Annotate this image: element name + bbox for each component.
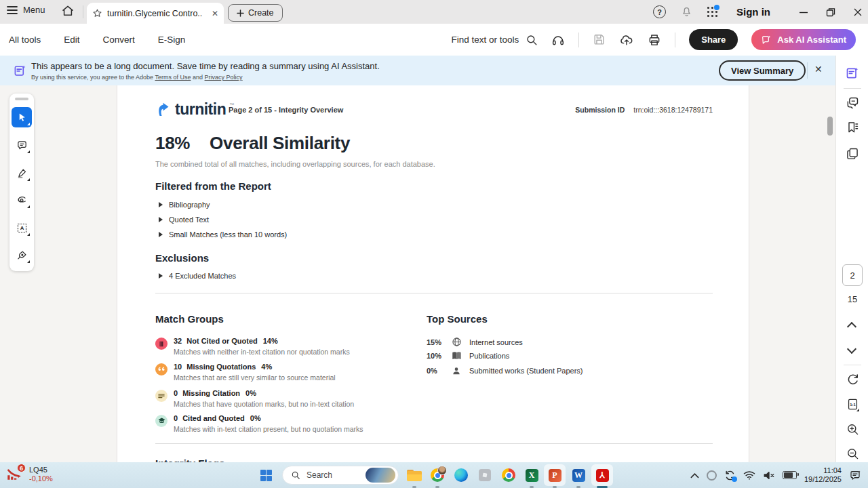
wifi-icon[interactable]: [743, 470, 755, 480]
filtered-item-small-matches[interactable]: Small Matches (less than 10 words): [159, 230, 287, 239]
battery-icon[interactable]: [783, 471, 797, 479]
nav-esign[interactable]: E-Sign: [158, 35, 186, 45]
terms-of-use-link[interactable]: Terms of Use: [155, 74, 191, 81]
ai-assistant-panel-button[interactable]: [844, 65, 861, 81]
expand-triangle-icon[interactable]: [159, 232, 163, 237]
expand-triangle-icon[interactable]: [159, 273, 163, 279]
excel-button[interactable]: X: [522, 466, 541, 485]
tool-dropdown-marker: [27, 123, 30, 125]
create-tab-button[interactable]: Create: [228, 4, 283, 22]
search-highlight-thumbnail[interactable]: [366, 468, 395, 483]
notification-center-icon[interactable]: [849, 469, 861, 481]
read-aloud-button[interactable]: [551, 33, 565, 47]
match-desc: Matches that are still very similar to s…: [174, 373, 336, 382]
print-button[interactable]: [648, 33, 661, 47]
next-page-button[interactable]: [848, 346, 856, 354]
powerpoint-button[interactable]: P: [545, 466, 564, 485]
minimize-icon[interactable]: [799, 7, 808, 17]
nav-edit[interactable]: Edit: [64, 35, 79, 45]
word-button[interactable]: W: [569, 466, 588, 485]
privacy-policy-link[interactable]: Privacy Policy: [205, 74, 243, 81]
sync-status-icon[interactable]: [724, 470, 736, 481]
zoom-out-button[interactable]: [844, 445, 861, 462]
apps-grid-icon[interactable]: [707, 7, 717, 17]
next-section-title-partial: Integrity Flags: [155, 458, 225, 462]
tray-ring-icon[interactable]: [707, 470, 717, 481]
home-button[interactable]: [61, 4, 75, 18]
svg-text:A: A: [20, 225, 24, 231]
ask-ai-assistant-button[interactable]: Ask AI Assistant: [751, 29, 856, 50]
volume-muted-icon[interactable]: [763, 470, 775, 481]
expand-triangle-icon[interactable]: [159, 217, 163, 222]
notifications-bell-icon[interactable]: [681, 6, 692, 18]
find-label: Find text or tools: [451, 35, 519, 45]
view-summary-button[interactable]: View Summary: [719, 60, 806, 81]
match-label: Missing Quotations: [186, 363, 256, 371]
nav-all-tools[interactable]: All tools: [9, 35, 41, 45]
tray-time: 11:04: [804, 466, 842, 475]
divider: [844, 365, 861, 365]
missing-quotations-icon: [155, 363, 167, 375]
filtered-item-bibliography[interactable]: Bibliography: [159, 201, 210, 209]
previous-page-button[interactable]: [848, 321, 856, 329]
filtered-item-label: Small Matches (less than 10 words): [169, 230, 287, 239]
sign-in-button[interactable]: Sign in: [736, 6, 770, 18]
restore-window-icon[interactable]: [826, 7, 835, 17]
missing-citation-icon: [155, 390, 167, 402]
filtered-item-quoted-text[interactable]: Quoted Text: [159, 216, 209, 224]
highlight-tool-button[interactable]: [12, 163, 32, 183]
stock-widget[interactable]: 6 LQ45 -0,10%: [5, 464, 53, 485]
acrobat-button[interactable]: ⅄: [593, 466, 612, 485]
page-thumbnails-panel-button[interactable]: [844, 146, 861, 162]
banner-close-icon[interactable]: ✕: [814, 64, 823, 74]
cited-and-quoted-icon: [155, 415, 167, 427]
close-window-icon[interactable]: [853, 7, 863, 17]
roblox-button[interactable]: [475, 466, 494, 485]
tool-dropdown-marker: [27, 260, 30, 263]
source-label: Internet sources: [469, 338, 523, 346]
draw-tool-button[interactable]: [12, 190, 32, 210]
menu-label: Menu: [23, 5, 45, 15]
comment-tool-button[interactable]: [12, 135, 32, 155]
document-tab[interactable]: turnitin.Glycemic Contro... ✕: [87, 3, 224, 24]
find-text-button[interactable]: Find text or tools: [451, 34, 538, 46]
apps-notification-dot: [714, 5, 719, 10]
text-select-tool-button[interactable]: A: [12, 218, 32, 238]
taskbar-search[interactable]: Search: [282, 466, 399, 485]
save-button[interactable]: [593, 33, 606, 46]
page-fit-button[interactable]: 1:1: [844, 396, 861, 412]
rotate-page-button[interactable]: [844, 371, 861, 388]
excluded-matches-item[interactable]: 4 Excluded Matches: [159, 272, 236, 280]
comment-bubble-icon: [16, 140, 28, 151]
fill-sign-tool-button[interactable]: [12, 245, 32, 265]
select-tool-button[interactable]: [12, 107, 32, 127]
edge-button[interactable]: [452, 466, 471, 485]
pdf-page[interactable]: turnitin ™ Page 2 of 15 - Integrity Over…: [117, 85, 749, 462]
main-toolbar: All tools Edit Convert E-Sign Find text …: [0, 24, 868, 56]
vertical-scrollbar-thumb[interactable]: [827, 117, 833, 136]
zoom-in-button[interactable]: [844, 421, 861, 437]
comments-panel-button[interactable]: [844, 95, 861, 111]
hidden-icons-chevron[interactable]: [690, 472, 699, 479]
star-icon[interactable]: [92, 8, 102, 18]
file-explorer-button[interactable]: [405, 466, 424, 485]
share-button[interactable]: Share: [689, 29, 738, 50]
save-to-cloud-button[interactable]: [619, 33, 634, 47]
expand-triangle-icon[interactable]: [159, 202, 163, 207]
ai-document-icon: [14, 64, 26, 77]
chrome-profile-button[interactable]: [428, 466, 447, 485]
bookmark-icon: [846, 121, 859, 134]
clock-widget[interactable]: 11:04 19/12/2025: [804, 466, 842, 484]
bookmarks-panel-button[interactable]: [844, 119, 861, 136]
profile-avatar: [437, 466, 447, 475]
menu-button[interactable]: Menu: [7, 5, 45, 15]
tab-close-icon[interactable]: ✕: [212, 9, 218, 18]
start-button[interactable]: [260, 470, 272, 481]
source-pct: 0%: [427, 367, 452, 375]
current-page-input[interactable]: 2: [842, 264, 863, 286]
chrome-button[interactable]: [499, 466, 518, 485]
palette-drag-handle[interactable]: [15, 98, 28, 100]
help-icon[interactable]: [653, 5, 666, 18]
nav-convert[interactable]: Convert: [103, 35, 135, 45]
headphones-icon: [551, 33, 565, 47]
